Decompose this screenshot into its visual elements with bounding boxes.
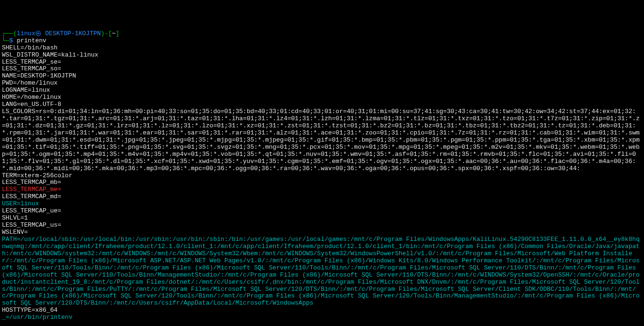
env-pwd: PWD=/home/linux xyxy=(2,80,642,87)
env-shlvl: SHLVL=1 xyxy=(2,215,642,222)
prompt-path-close: ] xyxy=(115,30,119,37)
env-less-termcap-me: LESS_TERMCAP_me= xyxy=(2,186,642,193)
prompt-dollar: $ xyxy=(10,37,17,44)
terminal-output[interactable]: ┌──(linux㉿ DESKTOP-1KOJTPN)-[~]└─$ print… xyxy=(2,30,642,321)
env-user: USER=linux xyxy=(2,201,642,208)
prompt-corner-open: ┌──( xyxy=(2,30,17,37)
env-lang: LANG=en_US.UTF-8 xyxy=(2,101,642,108)
env-home: HOME=/home/linux xyxy=(2,94,642,101)
env-less-termcap-ue: LESS_TERMCAP_ue= xyxy=(2,208,642,215)
env-wsl-distro-name: WSL_DISTRO_NAME=kali-linux xyxy=(2,52,642,59)
prompt-user-host: linux㉿ DESKTOP-1KOJTPN xyxy=(17,30,101,37)
env-path: PATH=/usr/local/sbin:/usr/local/bin:/usr… xyxy=(2,236,642,307)
env-ls-colors: LS_COLORS=rs=0:di=01;34:ln=01;36:mh=00:p… xyxy=(2,108,642,172)
env-underscore: _=/usr/bin/printenv xyxy=(2,314,642,321)
env-less-termcap-md: LESS_TERMCAP_md= xyxy=(2,193,642,201)
env-less-termcap-us: LESS_TERMCAP_us= xyxy=(2,222,642,229)
env-less-termcap-mb: LESS_TERMCAP_mb= xyxy=(2,179,642,186)
env-name: NAME=DESKTOP-1KOJTPN xyxy=(2,73,642,80)
env-shell: SHELL=/bin/bash xyxy=(2,45,642,52)
env-term: TERM=xterm-256color xyxy=(2,173,642,180)
env-wslenv: WSLENV= xyxy=(2,229,642,236)
prompt-close-path-open: )-[ xyxy=(101,30,112,37)
prompt-corner-b: └─ xyxy=(2,37,10,44)
env-hosttype: HOSTTYPE=x86_64 xyxy=(2,307,642,314)
env-less-termcap-so: LESS_TERMCAP_so= xyxy=(2,66,642,73)
env-less-termcap-se: LESS_TERMCAP_se= xyxy=(2,59,642,66)
env-logname: LOGNAME=linux xyxy=(2,87,642,94)
command-text: printenv xyxy=(17,37,46,44)
prompt-line-2: └─$ printenv xyxy=(2,38,642,45)
prompt-line-1: ┌──(linux㉿ DESKTOP-1KOJTPN)-[~] xyxy=(2,30,642,38)
